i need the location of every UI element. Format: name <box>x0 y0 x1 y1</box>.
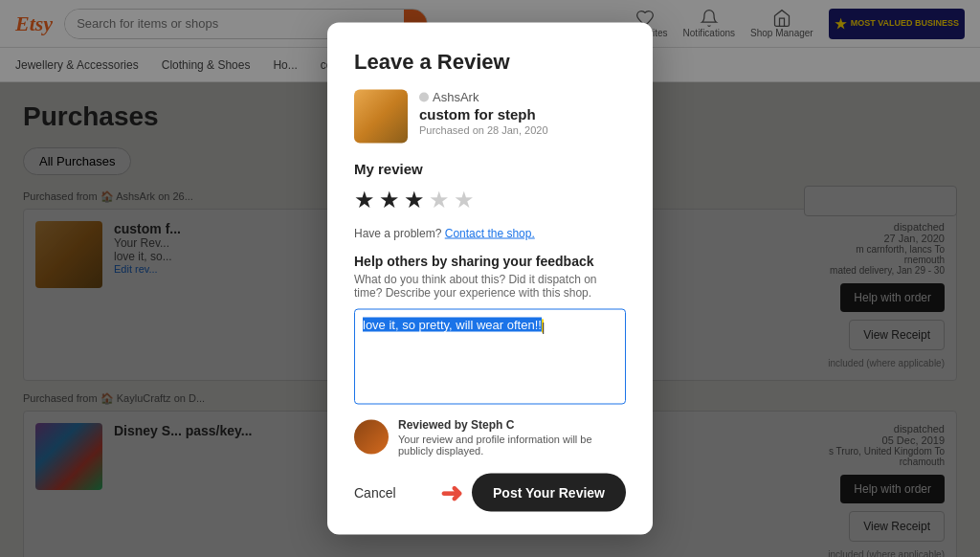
post-review-button[interactable]: Post Your Review <box>472 474 626 512</box>
shop-icon <box>419 92 429 101</box>
problem-text: Have a problem? Contact the shop. <box>354 227 626 240</box>
product-header: AshsArk custom for steph Purchased on 28… <box>354 90 626 144</box>
contact-shop-link[interactable]: Contact the shop. <box>445 227 535 240</box>
reviewer-name: Reviewed by Steph C <box>398 418 626 432</box>
star-1[interactable]: ★ <box>354 187 375 213</box>
star-4[interactable]: ★ <box>429 187 450 213</box>
post-btn-wrapper: ➜ Post Your Review <box>440 474 626 512</box>
product-thumbnail <box>354 90 408 144</box>
star-3[interactable]: ★ <box>404 187 425 213</box>
purchased-date: Purchased on 28 Jan, 2020 <box>419 124 548 136</box>
reviewer-avatar <box>354 420 389 455</box>
star-2[interactable]: ★ <box>379 187 400 213</box>
reviewer-info: Reviewed by Steph C Your review and prof… <box>398 418 626 457</box>
my-review-label: My review <box>354 161 626 177</box>
modal-title: Leave a Review <box>354 50 626 75</box>
cancel-button[interactable]: Cancel <box>354 485 396 501</box>
feedback-heading: Help others by sharing your feedback <box>354 254 626 269</box>
product-meta: AshsArk custom for steph Purchased on 28… <box>419 90 548 136</box>
star-5[interactable]: ★ <box>454 187 475 213</box>
product-name: custom for steph <box>419 106 548 123</box>
arrow-icon: ➜ <box>440 477 462 508</box>
review-modal: Leave a Review AshsArk custom for steph … <box>327 23 653 535</box>
public-notice: Your review and profile information will… <box>398 434 626 457</box>
star-rating[interactable]: ★ ★ ★ ★ ★ <box>354 187 626 213</box>
review-text-display[interactable]: love it, so pretty, will wear often!!| <box>354 309 626 405</box>
modal-actions: Cancel ➜ Post Your Review <box>354 474 626 512</box>
shop-name: AshsArk <box>419 90 548 104</box>
feedback-sublabel: What do you think about this? Did it dis… <box>354 273 626 300</box>
reviewer-row: Reviewed by Steph C Your review and prof… <box>354 418 626 457</box>
